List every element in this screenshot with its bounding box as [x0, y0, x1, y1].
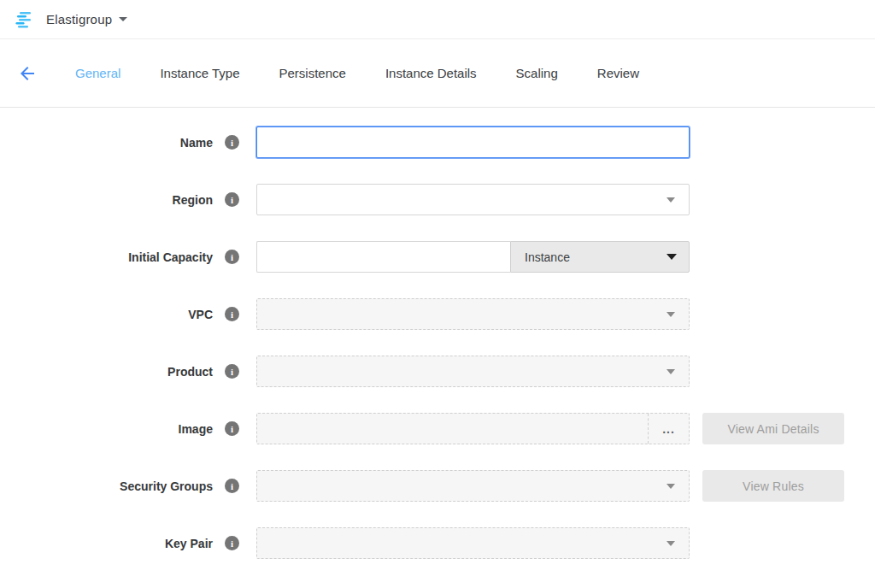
tab-review[interactable]: Review [597, 66, 639, 80]
chevron-down-icon [667, 484, 675, 489]
chevron-down-icon [667, 312, 675, 317]
vpc-row: VPC i [0, 298, 875, 330]
capacity-unit-value: Instance [525, 250, 570, 264]
info-icon[interactable]: i [225, 364, 239, 379]
tab-instance-details[interactable]: Instance Details [385, 66, 477, 80]
region-label: Region [173, 193, 213, 207]
name-row: Name i [0, 126, 875, 158]
chevron-down-icon [667, 254, 677, 260]
chevron-down-icon [667, 369, 675, 374]
chevron-down-icon [667, 197, 675, 203]
info-icon[interactable]: i [225, 192, 239, 207]
name-input[interactable] [256, 126, 690, 158]
security-groups-select [256, 470, 690, 502]
elastigroup-logo-icon [14, 9, 36, 31]
name-label: Name [180, 136, 213, 150]
general-settings-form: Name i Region i Initial Capacity i Insta… [0, 108, 875, 559]
info-icon[interactable]: i [225, 250, 239, 264]
image-value [257, 414, 648, 444]
tab-scaling[interactable]: Scaling [516, 66, 558, 80]
key-pair-row: Key Pair i [0, 527, 875, 559]
app-header: Elastigroup [0, 0, 875, 39]
region-row: Region i [0, 184, 875, 215]
product-label: Product [167, 365, 213, 379]
security-groups-row: Security Groups i View Rules [0, 470, 875, 502]
security-groups-label: Security Groups [120, 479, 213, 493]
wizard-tab-bar: General Instance Type Persistence Instan… [0, 39, 875, 108]
tab-general[interactable]: General [75, 66, 120, 80]
view-ami-details-button: View Ami Details [702, 413, 844, 444]
info-icon[interactable]: i [225, 421, 239, 436]
initial-capacity-label: Initial Capacity [128, 250, 213, 264]
info-icon[interactable]: i [225, 135, 239, 150]
chevron-down-icon [667, 541, 675, 546]
initial-capacity-input[interactable] [256, 241, 510, 273]
view-rules-button: View Rules [702, 470, 844, 502]
region-select[interactable] [256, 184, 690, 215]
info-icon[interactable]: i [225, 536, 239, 550]
chevron-down-icon[interactable] [119, 17, 127, 21]
capacity-unit-select[interactable]: Instance [510, 241, 690, 273]
vpc-select [256, 298, 690, 330]
tab-persistence[interactable]: Persistence [279, 66, 346, 80]
initial-capacity-row: Initial Capacity i Instance [0, 241, 875, 273]
back-arrow-icon[interactable] [17, 63, 38, 84]
key-pair-select [256, 527, 690, 559]
info-icon[interactable]: i [225, 479, 239, 493]
app-switcher-label[interactable]: Elastigroup [46, 12, 112, 26]
image-browse-button: ... [648, 414, 689, 444]
wizard-tabs: General Instance Type Persistence Instan… [75, 66, 678, 80]
vpc-label: VPC [188, 308, 213, 321]
info-icon[interactable]: i [225, 307, 239, 321]
product-row: Product i [0, 356, 875, 387]
key-pair-label: Key Pair [165, 537, 213, 550]
image-picker: ... [256, 413, 690, 444]
image-label: Image [179, 422, 213, 436]
image-row: Image i ... View Ami Details [0, 413, 875, 444]
tab-instance-type[interactable]: Instance Type [160, 66, 239, 80]
product-select [256, 356, 690, 387]
